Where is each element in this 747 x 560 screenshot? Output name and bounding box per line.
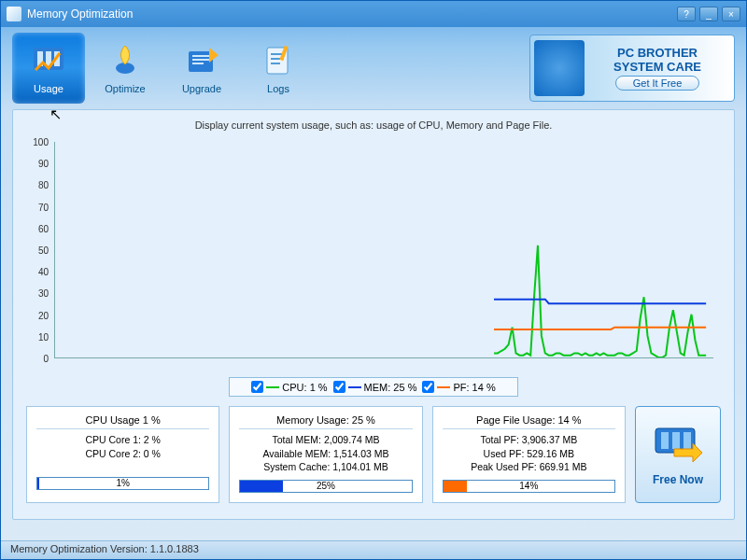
pf-panel: Page File Usage: 14 % Total PF: 3,906.37…	[432, 406, 626, 503]
cpu-core2: CPU Core 2: 0 %	[36, 447, 209, 461]
series-pf	[494, 328, 706, 329]
ad-line2: SYSTEM CARE	[585, 60, 730, 74]
toolbar: UsageOptimizeUpgradeLogs PC BROTHER SYST…	[1, 27, 746, 109]
ad-button[interactable]: Get It Free	[615, 76, 699, 91]
mem-total: Total MEM: 2,009.74 MB	[239, 433, 412, 447]
y-tick: 20	[38, 310, 49, 320]
svg-rect-7	[192, 59, 209, 61]
legend-swatch	[437, 386, 450, 388]
ad-line1: PC BROTHER	[585, 46, 730, 60]
cpu-core1: CPU Core 1: 2 %	[36, 433, 209, 447]
legend-swatch	[348, 386, 361, 388]
svg-rect-13	[271, 63, 280, 64]
y-tick: 10	[38, 331, 49, 342]
y-tick: 0	[43, 354, 49, 364]
tab-label: Usage	[34, 83, 63, 94]
legend-item[interactable]: PF: 14 %	[422, 381, 495, 393]
tab-logs[interactable]: Logs	[242, 33, 315, 104]
help-button[interactable]: ?	[677, 7, 696, 21]
cpu-title: CPU Usage 1 %	[36, 414, 209, 426]
mem-avail: Available MEM: 1,514.03 MB	[239, 447, 412, 461]
chart-legend: CPU: 1 % MEM: 25 % PF: 14 %	[229, 377, 518, 397]
y-tick: 80	[38, 180, 49, 190]
legend-label: CPU: 1 %	[282, 382, 327, 393]
cpu-bar: 1%	[36, 477, 209, 490]
tab-usage[interactable]: Usage	[12, 33, 85, 104]
free-now-icon	[652, 423, 704, 468]
legend-checkbox[interactable]	[333, 381, 345, 393]
legend-item[interactable]: CPU: 1 %	[251, 381, 327, 393]
series-cpu	[494, 245, 706, 357]
pf-title: Page File Usage: 14 %	[443, 414, 615, 426]
ad-banner[interactable]: PC BROTHER SYSTEM CARE Get It Free	[529, 35, 735, 102]
usage-icon	[28, 42, 69, 79]
usage-chart: 0102030405060708090100	[26, 138, 721, 371]
svg-rect-16	[661, 432, 669, 449]
ad-mascot-icon	[534, 40, 585, 96]
logs-icon	[258, 42, 299, 79]
svg-rect-18	[684, 432, 691, 449]
description: Display current system usage, such as: u…	[26, 119, 721, 131]
tab-label: Logs	[267, 83, 289, 94]
main-panel: Display current system usage, such as: u…	[12, 109, 735, 520]
legend-label: PF: 14 %	[453, 382, 495, 393]
legend-label: MEM: 25 %	[364, 382, 417, 393]
svg-rect-8	[192, 63, 204, 64]
y-tick: 90	[38, 159, 49, 169]
legend-item[interactable]: MEM: 25 %	[333, 381, 417, 393]
pf-bar: 14%	[443, 480, 615, 493]
y-tick: 100	[33, 137, 49, 147]
series-mem	[494, 300, 706, 304]
svg-marker-9	[209, 48, 218, 63]
legend-checkbox[interactable]	[422, 381, 434, 393]
mem-panel: Memory Usage: 25 % Total MEM: 2,009.74 M…	[229, 406, 422, 503]
y-tick: 70	[38, 202, 49, 212]
y-tick: 60	[38, 223, 49, 233]
pf-total: Total PF: 3,906.37 MB	[443, 433, 615, 447]
pf-peak: Peak Used PF: 669.91 MB	[443, 460, 615, 474]
tab-label: Upgrade	[182, 83, 221, 94]
tab-label: Optimize	[105, 83, 145, 94]
y-tick: 30	[38, 288, 49, 299]
app-window: Memory Optimization ? _ × UsageOptimizeU…	[0, 0, 747, 560]
minimize-button[interactable]: _	[699, 7, 718, 21]
app-icon	[7, 7, 21, 21]
free-now-button[interactable]: Free Now	[635, 406, 721, 503]
mem-cache: System Cache: 1,104.01 MB	[239, 460, 412, 474]
pf-used: Used PF: 529.16 MB	[443, 447, 615, 461]
tab-optimize[interactable]: Optimize	[89, 33, 162, 104]
legend-swatch	[266, 386, 279, 388]
mem-bar: 25%	[239, 480, 412, 493]
title-bar: Memory Optimization ? _ ×	[1, 1, 746, 27]
stats-panels: CPU Usage 1 % CPU Core 1: 2 % CPU Core 2…	[26, 406, 721, 503]
upgrade-icon	[181, 42, 222, 79]
free-now-label: Free Now	[653, 473, 703, 486]
cpu-panel: CPU Usage 1 % CPU Core 1: 2 % CPU Core 2…	[26, 406, 219, 503]
optimize-icon	[105, 42, 146, 79]
svg-rect-6	[192, 55, 209, 57]
window-title: Memory Optimization	[27, 7, 677, 21]
status-bar: Memory Optimization Version: 1.1.0.1883	[1, 540, 746, 559]
close-button[interactable]: ×	[722, 7, 740, 21]
svg-rect-17	[672, 432, 680, 449]
legend-checkbox[interactable]	[251, 381, 263, 393]
y-tick: 50	[38, 245, 49, 256]
tab-upgrade[interactable]: Upgrade	[165, 33, 238, 104]
mem-title: Memory Usage: 25 %	[239, 414, 412, 426]
y-tick: 40	[38, 267, 49, 277]
